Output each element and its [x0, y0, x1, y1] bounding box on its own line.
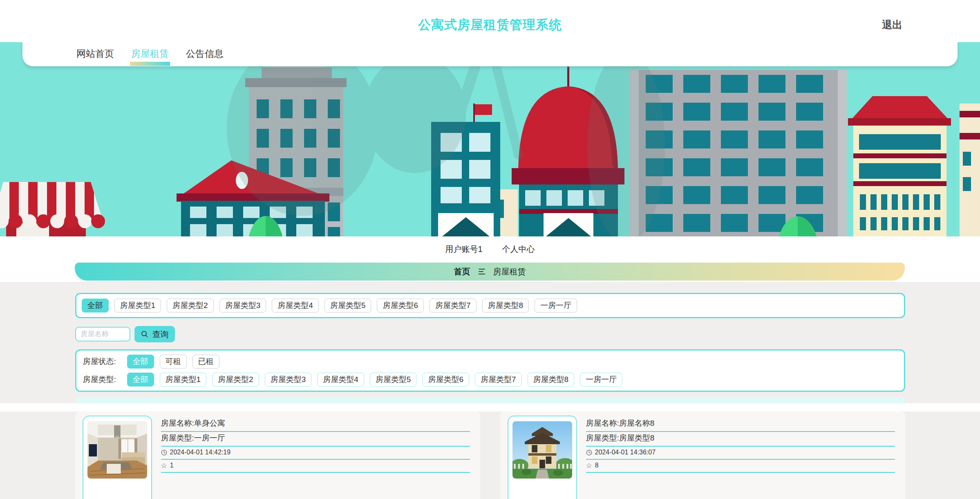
villa-photo: [512, 421, 572, 479]
type-option[interactable]: 全部: [127, 373, 154, 387]
type-option[interactable]: 房屋类型8: [528, 373, 575, 387]
type-filter-label: 房屋类型:: [83, 374, 121, 385]
banner: [0, 42, 980, 236]
house-type-line: 房屋类型:一房一厅: [161, 432, 470, 447]
status-filter-label: 房屋状态:: [83, 356, 121, 367]
clock-icon: [161, 450, 167, 456]
house-photo[interactable]: [512, 421, 572, 479]
menu-icon: [479, 269, 485, 274]
type-option[interactable]: 房屋类型7: [475, 373, 522, 387]
house-card[interactable]: 房屋名称:单身公寓 房屋类型:一房一厅 2024-04-01 14:42:19 …: [75, 411, 480, 499]
nav-item[interactable]: 公告信息: [185, 41, 224, 66]
house-type-tab[interactable]: 房屋类型5: [324, 299, 371, 312]
search-button-label: 查询: [152, 329, 169, 340]
type-option[interactable]: 房屋类型1: [160, 373, 207, 387]
house-name-line: 房屋名称:单身公寓: [161, 417, 470, 432]
breadcrumb-home[interactable]: 首页: [454, 266, 470, 277]
house-photo-frame: [83, 416, 152, 499]
nav-items: 网站首页房屋租赁公告信息: [22, 41, 958, 66]
main-area: 全部房屋类型1房屋类型2房屋类型3房屋类型4房屋类型5房屋类型6房屋类型7房屋类…: [0, 282, 980, 499]
section-divider: [75, 397, 905, 403]
personal-center-link[interactable]: 个人中心: [502, 244, 535, 255]
house-info: 房屋名称:单身公寓 房屋类型:一房一厅 2024-04-01 14:42:19 …: [161, 416, 470, 499]
type-option[interactable]: 一房一厅: [580, 373, 622, 387]
house-type-tabs: 全部房屋类型1房屋类型2房屋类型3房屋类型4房屋类型5房屋类型6房屋类型7房屋类…: [75, 293, 905, 318]
type-option[interactable]: 房屋类型3: [265, 373, 312, 387]
house-type-tab[interactable]: 房屋类型6: [377, 299, 424, 312]
status-filter-row: 房屋状态: 全部可租已租: [83, 355, 897, 369]
app-header: 公寓式房屋租赁管理系统 退出: [0, 0, 980, 42]
search-row: 查询: [75, 326, 905, 342]
status-option[interactable]: 已租: [192, 355, 219, 369]
page-title: 公寓式房屋租赁管理系统: [0, 16, 980, 34]
house-name-line: 房屋名称:房屋名称8: [586, 417, 895, 432]
house-type-tab[interactable]: 房屋类型8: [482, 299, 529, 312]
breadcrumb: 首页 房屋租赁: [75, 263, 905, 281]
interior-photo: [87, 421, 147, 479]
house-type-tab[interactable]: 房屋类型4: [272, 299, 319, 312]
nav-item[interactable]: 房屋租赁: [130, 41, 170, 66]
nav-bar: 网站首页房屋租赁公告信息: [22, 41, 958, 66]
house-photo[interactable]: [87, 421, 147, 479]
search-icon: [141, 330, 149, 338]
white-band: [0, 403, 980, 411]
city-illustration: [0, 42, 980, 236]
star-icon: ☆: [161, 462, 167, 469]
user-account-link[interactable]: 用户账号1: [445, 244, 482, 255]
search-button[interactable]: 查询: [134, 326, 175, 342]
house-time-line: 2024-04-01 14:42:19: [161, 447, 470, 460]
house-type-tab[interactable]: 一房一厅: [535, 299, 577, 312]
house-type-tab[interactable]: 房屋类型7: [430, 299, 477, 312]
striped-shop: [0, 182, 105, 236]
type-option[interactable]: 房屋类型5: [370, 373, 417, 387]
star-icon: ☆: [586, 462, 592, 469]
status-option[interactable]: 可租: [160, 355, 187, 369]
user-bar: 用户账号1 个人中心: [0, 236, 980, 262]
type-options: 全部房屋类型1房屋类型2房屋类型3房屋类型4房屋类型5房屋类型6房屋类型7房屋类…: [127, 373, 623, 387]
search-input[interactable]: [75, 327, 130, 342]
house-time-line: 2024-04-01 14:36:07: [586, 447, 895, 460]
type-option[interactable]: 房屋类型4: [317, 373, 364, 387]
status-option[interactable]: 全部: [127, 355, 154, 369]
house-type-tab[interactable]: 全部: [82, 299, 109, 312]
house-type-tab[interactable]: 房屋类型2: [167, 299, 214, 312]
status-options: 全部可租已租: [127, 355, 219, 369]
breadcrumb-current: 房屋租赁: [493, 266, 526, 277]
house-type-line: 房屋类型:房屋类型8: [586, 432, 895, 447]
type-filter-row: 房屋类型: 全部房屋类型1房屋类型2房屋类型3房屋类型4房屋类型5房屋类型6房屋…: [83, 373, 897, 387]
logout-button[interactable]: 退出: [882, 18, 902, 31]
advanced-filters: 房屋状态: 全部可租已租 房屋类型: 全部房屋类型1房屋类型2房屋类型3房屋类型…: [75, 349, 905, 392]
house-star-line: ☆ 8: [586, 460, 895, 473]
type-option[interactable]: 房屋类型2: [212, 373, 259, 387]
cream-building: [848, 96, 951, 236]
breadcrumb-zone: 首页 房屋租赁: [0, 262, 980, 282]
house-type-tab[interactable]: 房屋类型3: [219, 299, 266, 312]
type-option[interactable]: 房屋类型6: [422, 373, 469, 387]
house-star-line: ☆ 1: [161, 460, 470, 473]
house-card[interactable]: 房屋名称:房屋名称8 房屋类型:房屋类型8 2024-04-01 14:36:0…: [500, 411, 905, 499]
clock-icon: [586, 450, 592, 456]
edge-building: [960, 103, 980, 236]
house-photo-frame: [508, 416, 577, 499]
house-info: 房屋名称:房屋名称8 房屋类型:房屋类型8 2024-04-01 14:36:0…: [586, 416, 895, 499]
nav-item[interactable]: 网站首页: [76, 41, 115, 66]
house-type-tab[interactable]: 房屋类型1: [114, 299, 161, 312]
